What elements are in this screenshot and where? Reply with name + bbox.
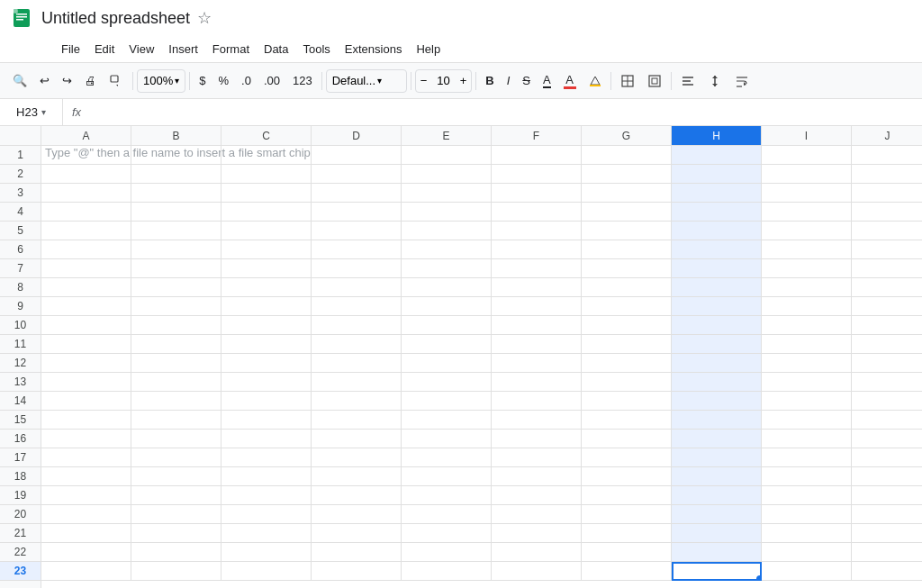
row-num-23[interactable]: 23 [0,562,41,581]
cell-j7[interactable] [852,259,922,278]
cell-j15[interactable] [852,411,922,430]
cell-d20[interactable] [312,505,402,524]
cell-c3[interactable] [221,184,312,203]
cell-g13[interactable] [582,373,672,392]
cell-g19[interactable] [582,486,672,505]
cell-c21[interactable] [221,524,312,543]
cell-d23[interactable] [312,562,402,581]
cell-d5[interactable] [312,222,402,240]
cell-j20[interactable] [852,505,922,524]
cell-j8[interactable] [852,278,922,297]
cell-i23[interactable] [762,562,852,581]
cell-b22[interactable] [131,543,221,562]
cell-e19[interactable] [402,486,492,505]
cell-c8[interactable] [221,278,312,297]
cell-e5[interactable] [402,222,492,240]
cell-b21[interactable] [131,524,221,543]
cell-e7[interactable] [402,259,492,278]
menu-file[interactable]: File [54,39,87,59]
row-num-20[interactable]: 20 [0,505,41,524]
cell-g21[interactable] [582,524,672,543]
row-num-12[interactable]: 12 [0,354,41,373]
row-num-7[interactable]: 7 [0,259,41,278]
cell-a2[interactable] [41,165,131,184]
cell-e6[interactable] [402,240,492,259]
cell-g16[interactable] [582,430,672,448]
col-header-e[interactable]: E [402,126,492,145]
col-header-f[interactable]: F [492,126,582,145]
cell-j2[interactable] [852,165,922,184]
cell-f2[interactable] [492,165,582,184]
fill-color-button[interactable] [583,68,607,94]
col-header-h[interactable]: H [672,126,762,145]
cell-j23[interactable] [852,562,922,581]
num-format-button[interactable]: 123 [287,68,318,94]
cell-e20[interactable] [402,505,492,524]
cell-b5[interactable] [131,222,221,240]
cell-a10[interactable] [41,316,131,335]
cell-h4[interactable] [672,203,762,222]
col-header-c[interactable]: C [221,126,312,145]
cell-e8[interactable] [402,278,492,297]
menu-format[interactable]: Format [205,39,257,59]
font-selector[interactable]: Defaul... ▾ [326,69,407,93]
cell-g12[interactable] [582,354,672,373]
menu-help[interactable]: Help [409,39,447,59]
cell-h19[interactable] [672,486,762,505]
cell-j21[interactable] [852,524,922,543]
cell-i5[interactable] [762,222,852,240]
cell-c18[interactable] [221,467,312,486]
cell-f4[interactable] [492,203,582,222]
cell-a11[interactable] [41,335,131,354]
cell-j13[interactable] [852,373,922,392]
cell-b1[interactable] [131,146,221,165]
cell-i20[interactable] [762,505,852,524]
cell-d17[interactable] [312,448,402,467]
cell-b17[interactable] [131,448,221,467]
strikethrough-button[interactable]: S [517,68,536,94]
cell-i8[interactable] [762,278,852,297]
cell-reference[interactable]: H23 ▾ [0,99,63,125]
percent-button[interactable]: % [212,68,234,94]
cell-h20[interactable] [672,505,762,524]
cell-d15[interactable] [312,411,402,430]
borders-button[interactable] [615,68,640,94]
italic-button[interactable]: I [502,68,516,94]
cell-a7[interactable] [41,259,131,278]
cell-g4[interactable] [582,203,672,222]
cell-a16[interactable] [41,430,131,448]
cell-i15[interactable] [762,411,852,430]
cell-f13[interactable] [492,373,582,392]
cell-f14[interactable] [492,392,582,411]
cell-j4[interactable] [852,203,922,222]
cell-j14[interactable] [852,392,922,411]
cell-d1[interactable] [312,146,402,165]
cell-a15[interactable] [41,411,131,430]
row-num-8[interactable]: 8 [0,278,41,297]
star-icon[interactable]: ☆ [197,8,212,28]
row-num-1[interactable]: 1 [0,146,41,165]
cell-g22[interactable] [582,543,672,562]
cell-g8[interactable] [582,278,672,297]
cell-j11[interactable] [852,335,922,354]
cell-c14[interactable] [221,392,312,411]
menu-view[interactable]: View [122,39,161,59]
row-num-9[interactable]: 9 [0,297,41,316]
underline-button[interactable]: A [538,68,556,94]
cell-h8[interactable] [672,278,762,297]
cell-b9[interactable] [131,297,221,316]
cell-f20[interactable] [492,505,582,524]
row-num-10[interactable]: 10 [0,316,41,335]
cell-f3[interactable] [492,184,582,203]
cell-b20[interactable] [131,505,221,524]
cell-f22[interactable] [492,543,582,562]
cell-g17[interactable] [582,448,672,467]
cell-b10[interactable] [131,316,221,335]
dec-decimals-button[interactable]: .0 [236,68,257,94]
cell-f9[interactable] [492,297,582,316]
cell-h6[interactable] [672,240,762,259]
cell-i22[interactable] [762,543,852,562]
cell-j10[interactable] [852,316,922,335]
cell-e21[interactable] [402,524,492,543]
cell-i13[interactable] [762,373,852,392]
